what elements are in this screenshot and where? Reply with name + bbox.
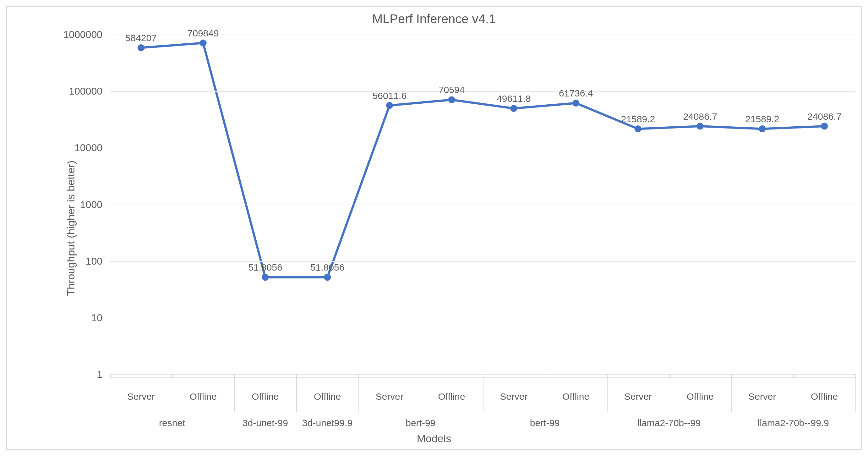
x-tick-mark bbox=[235, 374, 235, 377]
x-group-label: 3d-unet99.9 bbox=[296, 412, 359, 431]
x-tick-label: Offline bbox=[296, 377, 359, 412]
x-tick-separator bbox=[856, 377, 856, 412]
y-tick-label: 1000 bbox=[80, 199, 110, 210]
x-tick-label: Server bbox=[607, 377, 669, 412]
y-tick-label: 10000 bbox=[74, 142, 110, 154]
x-tick-label: Server bbox=[359, 377, 421, 412]
x-tick-mark bbox=[545, 374, 546, 377]
gridline bbox=[110, 35, 856, 35]
data-label: 51.8056 bbox=[248, 262, 282, 273]
x-group-label: llama2-70b--99.9 bbox=[731, 412, 856, 431]
y-tick-label: 1 bbox=[97, 369, 110, 380]
data-point bbox=[759, 125, 766, 132]
x-tick-separator bbox=[607, 377, 608, 412]
x-tick-mark bbox=[110, 374, 111, 377]
y-tick-label: 100 bbox=[86, 255, 110, 267]
x-group-label: bert-99 bbox=[483, 412, 607, 431]
x-tick-separator bbox=[359, 377, 359, 412]
data-point bbox=[386, 102, 393, 109]
x-tick-mark bbox=[359, 374, 359, 377]
data-point bbox=[262, 274, 269, 281]
x-tick-label: Offline bbox=[793, 377, 856, 412]
data-point bbox=[137, 44, 145, 51]
x-tick-separator bbox=[483, 377, 484, 412]
x-tick-separator bbox=[731, 377, 732, 412]
gridline bbox=[110, 318, 856, 318]
x-tick-label: Offline bbox=[421, 377, 483, 412]
data-point bbox=[697, 123, 704, 130]
data-label: 709849 bbox=[188, 28, 219, 39]
chart-container: MLPerf Inference v4.1 Throughput (higher… bbox=[0, 0, 868, 456]
x-group-label: 3d-unet-99 bbox=[235, 412, 297, 431]
data-label: 56011.6 bbox=[373, 91, 406, 101]
data-point bbox=[572, 100, 579, 107]
data-label: 24086.7 bbox=[683, 111, 717, 122]
x-axis-label: Models bbox=[0, 432, 868, 445]
x-tick-mark bbox=[731, 374, 732, 377]
x-group-label: resnet bbox=[110, 412, 235, 431]
x-tick-label: Offline bbox=[235, 377, 297, 412]
x-tick-mark bbox=[856, 374, 856, 377]
y-tick-label: 100000 bbox=[69, 86, 110, 97]
x-group-label: llama2-70b--99 bbox=[607, 412, 731, 431]
x-tick-separator bbox=[235, 377, 235, 412]
x-tick-mark bbox=[669, 374, 670, 377]
x-axis-group-row: resnet3d-unet-993d-unet99.9bert-99bert-9… bbox=[110, 412, 856, 431]
data-label: 49611.8 bbox=[497, 93, 531, 104]
data-label: 70594 bbox=[439, 85, 465, 95]
x-group-label: bert-99 bbox=[359, 412, 483, 431]
data-point bbox=[448, 96, 455, 103]
x-tick-mark bbox=[421, 374, 421, 377]
data-label: 51.8056 bbox=[310, 262, 344, 273]
chart-title: MLPerf Inference v4.1 bbox=[0, 12, 868, 26]
data-label: 21589.2 bbox=[621, 114, 655, 124]
gridline bbox=[110, 148, 856, 148]
data-label: 584207 bbox=[125, 33, 157, 43]
x-tick-label: Server bbox=[731, 377, 794, 412]
data-point bbox=[200, 39, 207, 47]
x-tick-separator bbox=[296, 377, 297, 412]
data-point bbox=[324, 274, 331, 281]
data-label: 61736.4 bbox=[559, 88, 593, 99]
series-line bbox=[141, 43, 824, 277]
x-tick-mark bbox=[172, 374, 173, 377]
x-tick-label: Offline bbox=[545, 377, 607, 412]
x-tick-mark bbox=[793, 374, 794, 377]
data-point bbox=[821, 123, 828, 130]
y-axis-label: Throughput (higher is better) bbox=[65, 160, 77, 296]
y-tick-label: 10 bbox=[91, 312, 110, 324]
x-tick-label: Server bbox=[483, 377, 545, 412]
data-point bbox=[634, 125, 642, 132]
x-tick-label: Server bbox=[110, 377, 172, 412]
x-tick-label: Offline bbox=[669, 377, 731, 412]
x-tick-mark bbox=[483, 374, 484, 377]
data-label: 24086.7 bbox=[807, 111, 841, 122]
gridline bbox=[110, 261, 856, 262]
x-tick-mark bbox=[296, 374, 297, 377]
gridline bbox=[110, 91, 856, 92]
plot-area: 1101001000100001000001000000584207709849… bbox=[110, 35, 856, 374]
data-point bbox=[510, 105, 517, 112]
x-tick-label: Offline bbox=[172, 377, 235, 412]
x-axis-tick-row: ServerOfflineOfflineOfflineServerOffline… bbox=[110, 377, 856, 412]
data-label: 21589.2 bbox=[745, 114, 779, 124]
y-tick-label: 1000000 bbox=[63, 29, 110, 40]
x-tick-mark bbox=[607, 374, 608, 377]
gridline bbox=[110, 205, 856, 205]
